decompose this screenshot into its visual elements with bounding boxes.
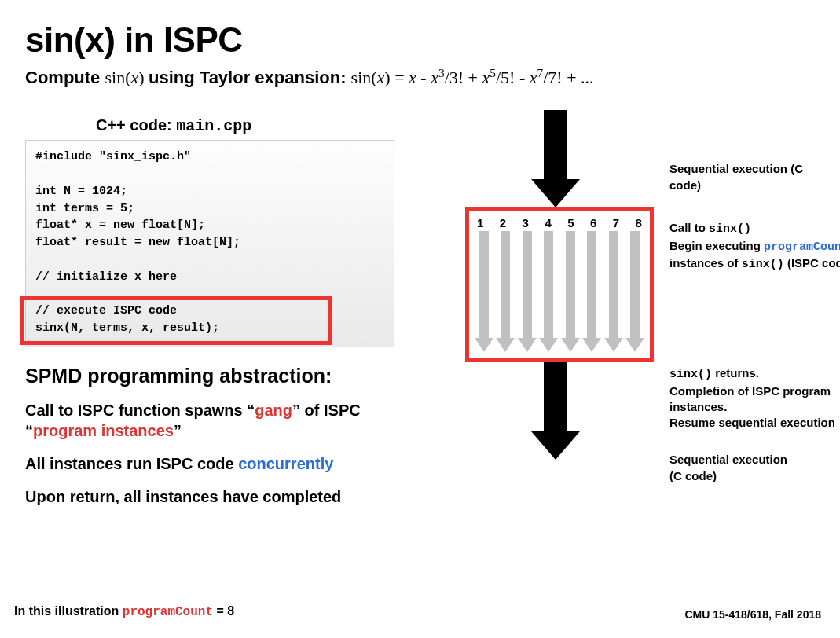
subtitle-lead: Compute	[25, 68, 100, 87]
spmd-heading: SPMD programming abstraction:	[25, 365, 394, 387]
bullet1-part-d: ”	[174, 422, 182, 439]
subtitle-math-sinx: sin(x)	[105, 68, 149, 87]
lane-numbers: 1 2 3 4 5 6 7 8	[475, 216, 644, 229]
gang-box: 1 2 3 4 5 6 7 8	[465, 207, 654, 362]
label-seq-top: Sequential execution (C code)	[669, 161, 815, 193]
code-header-file: main.cpp	[176, 117, 251, 135]
lane-arrows	[475, 231, 644, 357]
lane-arrow	[519, 231, 536, 357]
label-ret-b: Completion of ISPC program instances.	[669, 384, 831, 413]
label-ret-sinx: sinx()	[669, 368, 712, 381]
code-header-text: C++ code:	[96, 116, 172, 134]
label-begin-c: (ISPC code)	[784, 256, 840, 270]
code-block-cpp: #include "sinx_ispc.h" int N = 1024; int…	[25, 140, 394, 346]
bullet2-part-a: All instances run ISPC code	[25, 455, 238, 472]
label-seq-bot-a: Sequential execution	[669, 453, 787, 466]
lane-num: 6	[590, 216, 596, 229]
subtitle-mid: using Taylor expansion:	[149, 68, 346, 87]
subtitle-math-expansion: sin(x) = x - x3/3! + x5/5! - x7/7! + ...	[351, 68, 594, 87]
arrow-down-top	[537, 110, 574, 204]
code-text: #include "sinx_ispc.h" int N = 1024; int…	[35, 150, 240, 335]
lane-arrow	[626, 231, 644, 357]
lane-arrow	[475, 231, 493, 357]
label-seq-bot-b: (C code)	[669, 469, 717, 482]
lane-num: 3	[523, 216, 529, 229]
bullet1-part-b: ” of ISPC	[292, 402, 361, 419]
lane-arrow	[583, 231, 600, 357]
footnote-left-a: In this illustration	[14, 604, 123, 618]
bullet1-gang: gang	[255, 402, 292, 419]
arrow-down-bottom	[537, 362, 574, 456]
lane-num: 2	[500, 216, 506, 229]
footnote-pc-mono: programCount	[123, 605, 213, 619]
footnote-programcount: In this illustration programCount = 8	[14, 604, 234, 619]
code-header: C++ code: main.cpp	[96, 116, 394, 135]
page-title: sin(x) in ISPC	[25, 20, 815, 60]
label-begin-b: instances of	[669, 256, 742, 270]
subtitle: Compute sin(x) using Taylor expansion: s…	[25, 66, 815, 88]
bullet1-part-c: “	[25, 422, 33, 439]
bullet1-program-instances: program instances	[33, 422, 174, 439]
lane-num: 5	[567, 216, 574, 229]
lane-num: 7	[613, 216, 619, 229]
label-call: Call to sinx() Begin executing programCo…	[669, 220, 840, 273]
bullet-complete: Upon return, all instances have complete…	[25, 486, 394, 507]
label-call-a: Call to	[669, 221, 709, 234]
label-begin-sinx: sinx()	[742, 258, 784, 271]
label-ret-a: returns.	[712, 366, 759, 380]
label-return: sinx() returns. Completion of ISPC progr…	[669, 365, 840, 431]
bullet-gang: Call to ISPC function spawns “gang” of I…	[25, 400, 394, 441]
lane-arrow	[540, 231, 557, 357]
label-seq-bottom: Sequential execution (C code)	[669, 452, 787, 484]
footnote-course: CMU 15-418/618, Fall 2018	[684, 608, 821, 621]
label-call-sinx: sinx()	[709, 222, 751, 236]
lane-arrow	[562, 231, 579, 357]
bullet2-concurrently: concurrently	[238, 455, 333, 472]
lane-arrow	[605, 231, 622, 357]
label-begin-a: Begin executing	[669, 239, 764, 252]
lane-arrow	[497, 231, 514, 357]
lane-num: 8	[636, 216, 642, 229]
label-ret-c: Resume sequential execution	[669, 416, 835, 429]
label-program-count: programCount	[764, 240, 840, 254]
lane-num: 4	[545, 216, 551, 229]
footnote-left-b: = 8	[213, 604, 234, 618]
bullet1-part-a: Call to ISPC function spawns “	[25, 402, 255, 419]
bullet-concurrent: All instances run ISPC code concurrently	[25, 453, 394, 474]
lane-num: 1	[477, 216, 483, 229]
